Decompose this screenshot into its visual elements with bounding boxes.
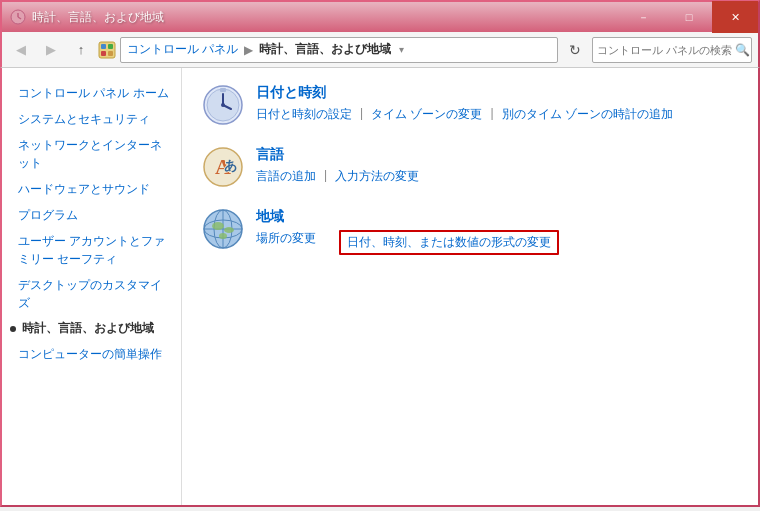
sidebar-item-clock[interactable]: 時計、言語、および地域 (2, 316, 181, 341)
search-input[interactable] (597, 44, 735, 56)
maximize-button[interactable]: □ (666, 1, 712, 33)
sidebar-item-desktop[interactable]: デスクトップのカスタマイズ (2, 272, 181, 316)
active-dot (10, 326, 16, 332)
search-box[interactable]: 🔍 (592, 37, 752, 63)
region-title[interactable]: 地域 (256, 208, 738, 226)
sidebar: コントロール パネル ホーム システムとセキュリティ ネットワークとインターネッ… (2, 68, 182, 505)
region-links: 場所の変更 日付、時刻、または数値の形式の変更 (256, 230, 738, 255)
region-link-location[interactable]: 場所の変更 (256, 230, 316, 255)
up-button[interactable]: ↑ (68, 37, 94, 63)
region-highlight-box: 日付、時刻、または数値の形式の変更 (339, 230, 559, 255)
sidebar-item-hardware[interactable]: ハードウェアとサウンド (2, 176, 181, 202)
language-links: 言語の追加 | 入力方法の変更 (256, 168, 738, 185)
breadcrumb-current: 時計、言語、および地域 (259, 41, 391, 58)
svg-text:あ: あ (224, 158, 237, 173)
titlebar-left: 時計、言語、および地域 (10, 9, 164, 26)
close-button[interactable]: ✕ (712, 1, 758, 33)
language-link-1[interactable]: 入力方法の変更 (335, 168, 419, 185)
datetime-links: 日付と時刻の設定 | タイム ゾーンの変更 | 別のタイム ゾーンの時計の追加 (256, 106, 738, 123)
addressbar: ◀ ▶ ↑ コントロール パネル ▶ 時計、言語、および地域 ▾ ↻ 🔍 (0, 32, 760, 68)
section-region: 地域 場所の変更 日付、時刻、または数値の形式の変更 (202, 208, 738, 255)
svg-point-12 (221, 103, 225, 107)
svg-rect-6 (101, 51, 106, 56)
datetime-link-0[interactable]: 日付と時刻の設定 (256, 106, 352, 123)
datetime-icon (202, 84, 244, 126)
region-icon (202, 208, 244, 250)
sidebar-item-accessibility[interactable]: コンピューターの簡単操作 (2, 341, 181, 367)
svg-rect-5 (108, 44, 113, 49)
datetime-title[interactable]: 日付と時刻 (256, 84, 738, 102)
minimize-button[interactable]: － (620, 1, 666, 33)
window-icon (10, 9, 26, 25)
svg-point-24 (219, 233, 227, 239)
svg-rect-7 (108, 51, 113, 56)
back-button[interactable]: ◀ (8, 37, 34, 63)
forward-button[interactable]: ▶ (38, 37, 64, 63)
titlebar-buttons: － □ ✕ (620, 1, 758, 33)
sidebar-item-network[interactable]: ネットワークとインターネット (2, 132, 181, 176)
window-title: 時計、言語、および地域 (32, 9, 164, 26)
datetime-link-1[interactable]: タイム ゾーンの変更 (371, 106, 482, 123)
content-area: 日付と時刻 日付と時刻の設定 | タイム ゾーンの変更 | 別のタイム ゾーンの… (182, 68, 758, 505)
region-body: 地域 場所の変更 日付、時刻、または数値の形式の変更 (256, 208, 738, 255)
svg-rect-13 (220, 88, 226, 92)
svg-point-23 (224, 227, 234, 233)
region-link-format[interactable]: 日付、時刻、または数値の形式の変更 (347, 235, 551, 249)
language-icon: A あ (202, 146, 244, 188)
breadcrumb-control-panel[interactable]: コントロール パネル (127, 41, 238, 58)
sidebar-item-home[interactable]: コントロール パネル ホーム (2, 80, 181, 106)
sidebar-item-clock-label: 時計、言語、および地域 (22, 320, 154, 337)
datetime-body: 日付と時刻 日付と時刻の設定 | タイム ゾーンの変更 | 別のタイム ゾーンの… (256, 84, 738, 123)
section-language: A あ 言語 言語の追加 | 入力方法の変更 (202, 146, 738, 188)
titlebar: 時計、言語、および地域 － □ ✕ (0, 0, 760, 32)
language-body: 言語 言語の追加 | 入力方法の変更 (256, 146, 738, 185)
breadcrumb-dropdown-arrow[interactable]: ▾ (399, 44, 404, 55)
search-icon: 🔍 (735, 43, 750, 57)
language-title[interactable]: 言語 (256, 146, 738, 164)
sidebar-item-programs[interactable]: プログラム (2, 202, 181, 228)
address-box[interactable]: コントロール パネル ▶ 時計、言語、および地域 ▾ (120, 37, 558, 63)
svg-rect-4 (101, 44, 106, 49)
datetime-link-2[interactable]: 別のタイム ゾーンの時計の追加 (502, 106, 673, 123)
svg-point-22 (212, 222, 224, 230)
refresh-button[interactable]: ↻ (562, 37, 588, 63)
section-datetime: 日付と時刻 日付と時刻の設定 | タイム ゾーンの変更 | 別のタイム ゾーンの… (202, 84, 738, 126)
sidebar-item-security[interactable]: システムとセキュリティ (2, 106, 181, 132)
main-area: コントロール パネル ホーム システムとセキュリティ ネットワークとインターネッ… (0, 68, 760, 507)
sidebar-item-users[interactable]: ユーザー アカウントとファミリー セーフティ (2, 228, 181, 272)
language-link-0[interactable]: 言語の追加 (256, 168, 316, 185)
control-panel-icon (98, 41, 116, 59)
